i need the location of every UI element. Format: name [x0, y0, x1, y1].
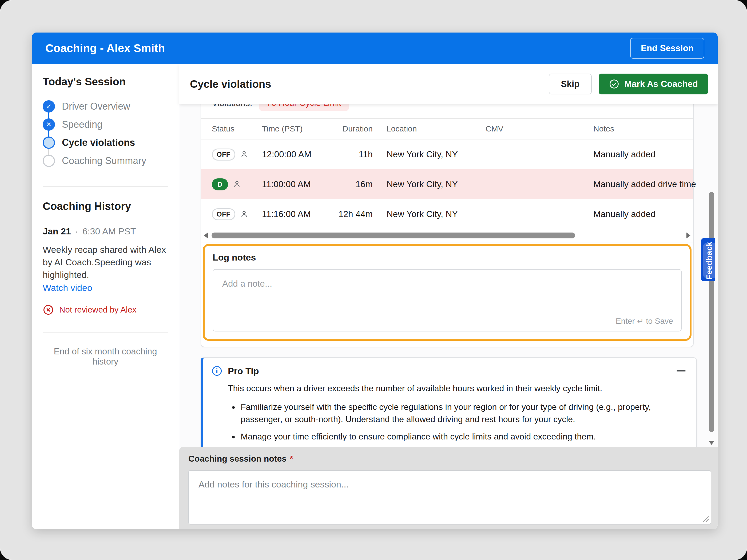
step-cycle-violations[interactable]: Cycle violations	[43, 134, 168, 152]
vertical-scroll-thumb[interactable]	[709, 192, 714, 432]
main-header: Cycle violations Skip Mark As Coached	[179, 64, 718, 104]
main-panel: Cycle violations Skip Mark As Coached	[179, 64, 718, 529]
horizontal-scroll-thumb[interactable]	[211, 233, 575, 238]
duration-cell: 16m	[337, 169, 373, 199]
info-icon	[211, 365, 223, 376]
todays-session-heading: Today's Session	[43, 76, 168, 88]
feedback-tab-label: Feedback	[704, 242, 714, 279]
mark-as-coached-button[interactable]: Mark As Coached	[599, 74, 708, 95]
pro-tip-bullet-list: Familiarize yourself with the specific c…	[230, 401, 686, 443]
duty-status-badge: D	[212, 179, 228, 190]
table-body: OFF12:00:00 AM11hNew York City, NYManual…	[201, 139, 693, 229]
feedback-tab[interactable]: Feedback	[701, 238, 715, 281]
log-notes-placeholder: Add a note...	[222, 279, 272, 289]
status-cell: OFF	[201, 199, 262, 229]
pro-tip-intro: This occurs when a driver exceeds the nu…	[228, 382, 686, 394]
column-header-time-pst-: Time (PST)	[262, 119, 337, 139]
driver-icon	[239, 210, 249, 219]
session-notes-label-text: Coaching session notes	[188, 454, 286, 463]
notes-cell: Manually added drive time	[593, 169, 694, 199]
scroll-right-arrow[interactable]	[687, 233, 691, 238]
history-entry-summary: Weekly recap shared with Alex by AI Coac…	[43, 243, 168, 281]
column-header-notes: Notes	[593, 119, 694, 139]
error-circle-icon	[43, 304, 54, 316]
cmv-cell	[486, 169, 593, 199]
history-date: Jan 21	[43, 226, 71, 237]
sidebar: Today's Session ✓Driver Overview✕Speedin…	[32, 64, 179, 529]
pro-tip-bullet: Familiarize yourself with the specific c…	[239, 401, 686, 426]
violation-type-badge: 70 Hour Cycle Limit	[259, 104, 349, 111]
column-header-duration: Duration	[337, 119, 373, 139]
scroll-down-arrow[interactable]	[709, 441, 715, 445]
horizontal-scroll-track[interactable]	[211, 233, 683, 238]
violation-row: OFF11:16:00 AM12h 44mNew York City, NYMa…	[201, 199, 693, 229]
notes-cell: Manually added	[593, 139, 694, 169]
location-cell: New York City, NY	[373, 199, 486, 229]
session-notes-label: Coaching session notes*	[188, 454, 711, 464]
step-label: Cycle violations	[62, 137, 135, 148]
time-cell: 11:00:00 AM	[262, 169, 337, 199]
duration-cell: 11h	[337, 139, 373, 169]
violations-summary-row: Violations: 70 Hour Cycle Limit	[201, 104, 693, 118]
cmv-cell	[486, 139, 593, 169]
column-header-location: Location	[373, 119, 486, 139]
review-status-text: Not reviewed by Alex	[59, 305, 136, 315]
pro-tip-title: Pro Tip	[228, 366, 259, 376]
status-cell: D	[201, 169, 262, 199]
step-speeding[interactable]: ✕Speeding	[43, 115, 168, 134]
violations-card: Violations: 70 Hour Cycle Limit StatusTi…	[201, 104, 694, 347]
log-notes-input[interactable]: Add a note... Enter ↵ to Save	[213, 269, 681, 331]
step-driver-overview[interactable]: ✓Driver Overview	[43, 97, 168, 115]
history-entry-date: Jan 21 · 6:30 AM PST	[43, 226, 168, 237]
feedback-tab-inner: Feedback	[703, 243, 715, 278]
end-session-button[interactable]: End Session	[630, 38, 704, 59]
notes-cell: Manually added	[593, 199, 694, 229]
coaching-history-heading: Coaching History	[43, 200, 168, 212]
step-label: Speeding	[62, 119, 102, 130]
session-notes-footer: Coaching session notes* Add notes for th…	[179, 447, 718, 529]
violations-table: StatusTime (PST)DurationLocationCMVNotes…	[201, 118, 693, 242]
required-asterisk: *	[290, 454, 293, 463]
watch-video-link[interactable]: Watch video	[43, 283, 92, 293]
session-notes-placeholder: Add notes for this coaching session...	[199, 479, 349, 489]
step-label: Driver Overview	[62, 101, 130, 112]
time-cell: 12:00:00 AM	[262, 139, 337, 169]
app-body: Today's Session ✓Driver Overview✕Speedin…	[32, 64, 718, 529]
skip-button[interactable]: Skip	[549, 74, 592, 95]
status-cell: OFF	[201, 139, 262, 169]
table-header-row: StatusTime (PST)DurationLocationCMVNotes	[201, 119, 693, 139]
cmv-cell	[486, 199, 593, 229]
history-end-note: End of six month coaching history	[43, 346, 168, 367]
circle-icon	[43, 136, 55, 149]
check-circle-icon: ✓	[43, 100, 55, 112]
scroll-left-arrow[interactable]	[204, 233, 208, 238]
pro-tip-header: Pro Tip	[211, 365, 686, 376]
history-time: 6:30 AM PST	[82, 226, 136, 237]
driver-icon	[232, 180, 241, 189]
window-title: Coaching - Alex Smith	[45, 42, 165, 55]
header-actions: Skip Mark As Coached	[549, 74, 708, 95]
x-circle-icon: ✕	[43, 118, 55, 131]
step-label: Coaching Summary	[62, 155, 146, 166]
duration-cell: 12h 44m	[337, 199, 373, 229]
pro-tip-bullet: Manage your time efficiently to ensure c…	[239, 430, 686, 443]
location-cell: New York City, NY	[373, 169, 486, 199]
duty-status-badge: OFF	[212, 208, 235, 220]
step-coaching-summary[interactable]: Coaching Summary	[43, 152, 168, 170]
session-notes-textarea[interactable]: Add notes for this coaching session...	[188, 470, 711, 525]
mark-as-coached-label: Mark As Coached	[624, 79, 698, 89]
location-cell: New York City, NY	[373, 139, 486, 169]
time-cell: 11:16:00 AM	[262, 199, 337, 229]
log-notes-section: Log notes Add a note... Enter ↵ to Save	[203, 244, 692, 341]
page-title: Cycle violations	[190, 78, 271, 90]
violations-label: Violations:	[212, 104, 252, 108]
violation-row: OFF12:00:00 AM11hNew York City, NYManual…	[201, 139, 693, 169]
sidebar-divider	[43, 332, 168, 332]
sidebar-divider	[43, 186, 168, 187]
history-review-status: Not reviewed by Alex	[43, 304, 168, 316]
duty-status-badge: OFF	[212, 149, 235, 161]
column-header-status: Status	[201, 119, 262, 139]
resize-handle-icon[interactable]	[703, 516, 709, 522]
collapse-icon[interactable]	[676, 370, 686, 371]
pro-tip-card: Pro Tip This occurs when a driver exceed…	[201, 357, 697, 447]
